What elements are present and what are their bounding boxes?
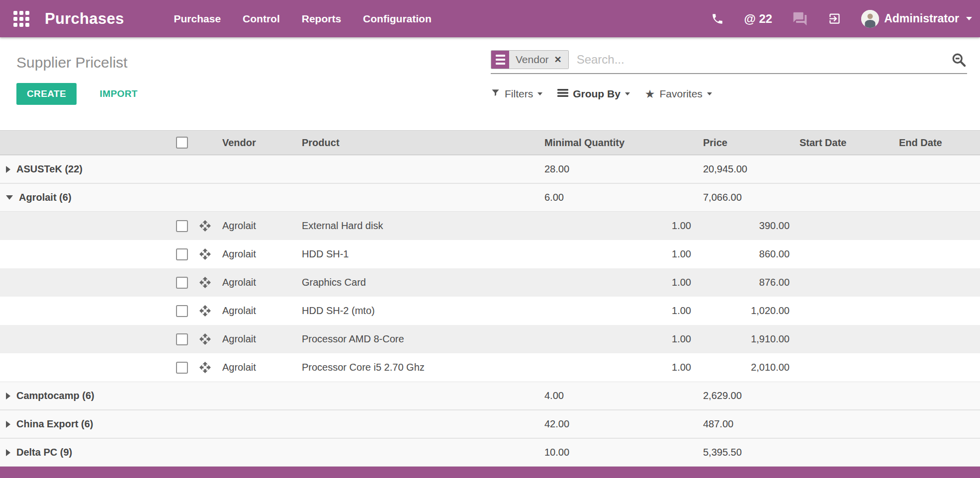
group-min-qty: 6.00 <box>539 192 696 203</box>
search-area: Vendor ✕ <box>491 50 967 74</box>
group-by-button[interactable]: Group By <box>557 88 630 100</box>
column-header-product[interactable]: Product <box>298 137 539 149</box>
drag-handle-icon[interactable] <box>199 248 219 260</box>
group-min-qty: 4.00 <box>539 390 696 401</box>
group-row-china-export[interactable]: China Export (6) 42.00 487.00 <box>0 410 980 438</box>
cell-min-qty: 1.00 <box>539 362 696 373</box>
cell-min-qty: 1.00 <box>539 277 696 288</box>
column-header-price[interactable]: Price <box>696 137 796 149</box>
group-by-facet-icon <box>491 51 509 69</box>
activities-badge[interactable]: @ 22 <box>744 12 772 26</box>
user-name: Administrator <box>884 12 959 25</box>
filters-button[interactable]: Filters <box>491 88 542 100</box>
search-facet-vendor: Vendor ✕ <box>491 50 569 69</box>
group-row-delta-pc[interactable]: Delta PC (9) 10.00 5,395.50 <box>0 438 980 467</box>
search-icon[interactable] <box>951 52 967 68</box>
group-label: Agrolait (6) <box>19 192 72 203</box>
pricelist-row[interactable]: Agrolait HDD SH-2 (mto) 1.00 1,020.00 <box>0 297 980 325</box>
group-by-icon <box>557 88 568 100</box>
cell-product: Processor Core i5 2.70 Ghz <box>298 362 539 373</box>
purchases-app-screen: Purchases Purchase Control Reports Confi… <box>0 0 980 478</box>
select-all-checkbox[interactable] <box>176 137 188 149</box>
sign-in-icon[interactable] <box>828 12 841 25</box>
row-checkbox[interactable] <box>176 277 188 289</box>
drag-handle-icon[interactable] <box>199 220 219 232</box>
group-min-qty: 10.00 <box>539 447 696 458</box>
cell-vendor: Agrolait <box>219 277 298 288</box>
cell-vendor: Agrolait <box>219 248 298 260</box>
group-row-camptocamp[interactable]: Camptocamp (6) 4.00 2,629.00 <box>0 382 980 410</box>
main-menu: Purchase Control Reports Configuration <box>174 13 432 25</box>
table-header-row: Vendor Product Minimal Quantity Price St… <box>0 130 980 155</box>
action-buttons: CREATE IMPORT <box>16 83 138 105</box>
drag-handle-icon[interactable] <box>199 305 219 317</box>
phone-icon[interactable] <box>711 12 724 25</box>
group-price: 487.00 <box>696 418 796 430</box>
nav-item-reports[interactable]: Reports <box>302 13 341 25</box>
column-header-end-date[interactable]: End Date <box>895 137 980 149</box>
control-panel: Supplier Pricelist Vendor ✕ <box>0 37 980 130</box>
cell-min-qty: 1.00 <box>539 305 696 317</box>
cell-price: 1,910.00 <box>696 333 796 345</box>
chevron-down-icon <box>707 92 712 95</box>
cell-product: Processor AMD 8-Core <box>298 333 539 345</box>
chevron-down-icon <box>966 17 972 20</box>
expand-icon <box>6 393 10 399</box>
row-checkbox[interactable] <box>176 220 188 232</box>
expand-icon <box>6 166 10 173</box>
nav-item-configuration[interactable]: Configuration <box>363 13 432 25</box>
group-label: Camptocamp (6) <box>16 390 94 401</box>
cell-min-qty: 1.00 <box>539 220 696 232</box>
group-price: 7,066.00 <box>696 192 796 203</box>
import-button[interactable]: IMPORT <box>100 88 138 99</box>
apps-menu-icon[interactable] <box>13 11 29 27</box>
app-title[interactable]: Purchases <box>45 10 124 28</box>
favorites-button[interactable]: ★ Favorites <box>645 88 712 100</box>
avatar <box>861 10 879 28</box>
group-label: ASUSTeK (22) <box>16 163 83 175</box>
column-header-start-date[interactable]: Start Date <box>796 137 895 149</box>
systray: @ 22 Administrator <box>711 10 972 28</box>
create-button[interactable]: CREATE <box>16 83 77 105</box>
group-label: China Export (6) <box>16 418 93 430</box>
chat-icon[interactable] <box>792 11 808 27</box>
pricelist-row[interactable]: Agrolait Graphics Card 1.00 876.00 <box>0 268 980 297</box>
search-options: Filters Group By ★ Favorites <box>491 88 967 100</box>
cell-price: 876.00 <box>696 277 796 288</box>
row-checkbox[interactable] <box>176 248 188 260</box>
drag-handle-icon[interactable] <box>199 361 219 374</box>
cell-min-qty: 1.00 <box>539 333 696 345</box>
expand-icon <box>6 449 10 456</box>
group-min-qty: 28.00 <box>539 163 696 175</box>
row-checkbox[interactable] <box>176 305 188 317</box>
group-row-agrolait[interactable]: Agrolait (6) 6.00 7,066.00 <box>0 183 980 212</box>
page-title: Supplier Pricelist <box>16 54 127 71</box>
column-header-min-qty[interactable]: Minimal Quantity <box>539 137 696 149</box>
group-row-asustek[interactable]: ASUSTeK (22) 28.00 20,945.00 <box>0 155 980 183</box>
group-price: 20,945.00 <box>696 163 796 175</box>
drag-handle-icon[interactable] <box>199 333 219 345</box>
cell-vendor: Agrolait <box>219 333 298 345</box>
row-checkbox[interactable] <box>176 362 188 374</box>
search-input[interactable] <box>569 53 951 67</box>
pricelist-row[interactable]: Agrolait HDD SH-1 1.00 860.00 <box>0 240 980 268</box>
pricelist-row[interactable]: Agrolait Processor AMD 8-Core 1.00 1,910… <box>0 325 980 353</box>
facet-label: Vendor <box>516 54 549 66</box>
nav-item-control[interactable]: Control <box>243 13 280 25</box>
cell-price: 860.00 <box>696 248 796 260</box>
nav-item-purchase[interactable]: Purchase <box>174 13 221 25</box>
drag-handle-icon[interactable] <box>199 276 219 289</box>
row-checkbox[interactable] <box>176 333 188 345</box>
bottom-accent-bar <box>0 467 980 478</box>
search-bar: Vendor ✕ <box>491 50 967 74</box>
pricelist-row[interactable]: Agrolait External Hard disk 1.00 390.00 <box>0 212 980 240</box>
cell-vendor: Agrolait <box>219 362 298 373</box>
cell-price: 2,010.00 <box>696 362 796 373</box>
column-header-vendor[interactable]: Vendor <box>219 137 298 149</box>
cell-min-qty: 1.00 <box>539 248 696 260</box>
pricelist-row[interactable]: Agrolait Processor Core i5 2.70 Ghz 1.00… <box>0 353 980 382</box>
facet-remove-icon[interactable]: ✕ <box>554 54 562 65</box>
chevron-down-icon <box>537 92 542 95</box>
user-menu[interactable]: Administrator <box>861 10 972 28</box>
cell-vendor: Agrolait <box>219 305 298 317</box>
